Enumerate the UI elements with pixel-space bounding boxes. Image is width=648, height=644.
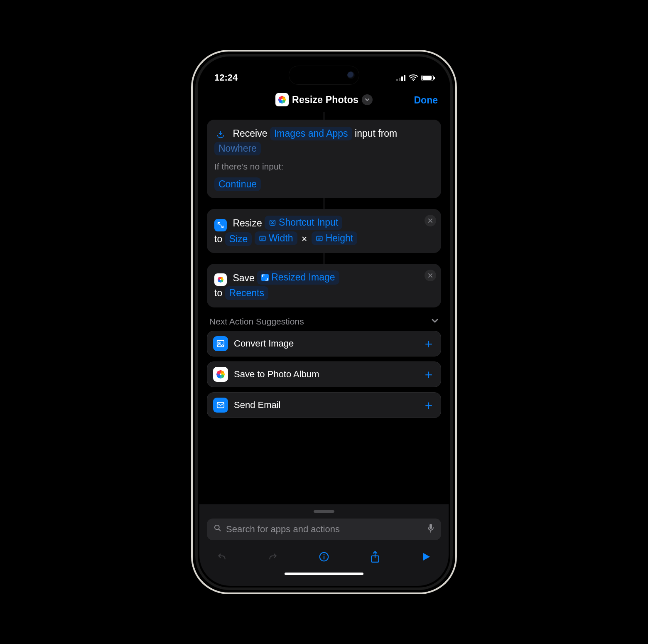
search-input[interactable]: Search for apps and actions	[207, 519, 441, 540]
connector-line	[324, 198, 324, 209]
token-resized-image[interactable]: Resized Image	[257, 270, 339, 284]
share-button[interactable]	[368, 549, 383, 564]
remove-action-button[interactable]	[425, 215, 436, 226]
phone-side-button	[456, 201, 457, 255]
svg-point-34	[324, 554, 325, 556]
suggestions-header[interactable]: Next Action Suggestions	[207, 307, 441, 331]
text-receive: Receive	[233, 128, 267, 139]
remove-action-button[interactable]	[425, 270, 436, 281]
svg-point-8	[279, 96, 282, 99]
action-card-resize[interactable]: Resize Shortcut Input to Size	[207, 209, 441, 253]
svg-rect-20	[217, 340, 224, 347]
text-resize: Resize	[233, 218, 262, 229]
action-card-receive[interactable]: Receive Images and Apps input from Nowhe…	[207, 120, 441, 198]
svg-point-19	[218, 277, 221, 280]
token-no-input-behavior[interactable]: Continue	[214, 177, 261, 191]
svg-point-21	[218, 342, 220, 344]
dictation-icon[interactable]	[427, 524, 434, 535]
token-destination-album[interactable]: Recents	[225, 286, 268, 300]
home-indicator[interactable]	[285, 573, 363, 575]
action-card-save[interactable]: Save Resized Image to Recents	[207, 264, 441, 307]
bottom-panel: Search for apps and actions	[199, 504, 449, 586]
phone-side-button	[191, 184, 192, 220]
suggestion-label: Save to Photo Album	[234, 369, 319, 380]
suggestions-title: Next Action Suggestions	[209, 317, 304, 327]
sheet-grabber[interactable]	[314, 510, 334, 513]
search-placeholder: Search for apps and actions	[226, 524, 340, 535]
token-height[interactable]: Height	[312, 231, 357, 245]
mail-icon	[213, 398, 228, 413]
chevron-down-icon	[431, 317, 439, 327]
image-icon	[213, 336, 228, 351]
shortcut-title[interactable]: Resize Photos	[292, 94, 358, 106]
done-button[interactable]: Done	[414, 95, 438, 106]
suggestion-label: Convert Image	[234, 338, 294, 349]
svg-rect-32	[430, 524, 432, 529]
screen: 12:24	[199, 58, 449, 586]
editor-toolbar	[207, 546, 441, 564]
token-shortcut-input[interactable]: Shortcut Input	[265, 216, 342, 229]
workflow-canvas[interactable]: Receive Images and Apps input from Nowhe…	[199, 112, 449, 504]
undo-button[interactable]	[214, 549, 229, 564]
run-button[interactable]	[419, 549, 434, 564]
svg-rect-11	[317, 236, 322, 241]
phone-side-button	[191, 147, 192, 166]
text-to: to	[214, 288, 222, 298]
text-to: to	[214, 234, 222, 244]
suggestion-label: Send Email	[234, 400, 281, 410]
connector-line	[324, 253, 324, 264]
text-save: Save	[233, 273, 254, 283]
resize-icon	[214, 219, 227, 231]
svg-rect-10	[260, 236, 265, 241]
photos-app-icon	[213, 367, 228, 382]
cellular-icon	[396, 74, 405, 81]
wifi-icon	[409, 74, 418, 81]
status-time: 12:24	[214, 72, 238, 83]
input-icon	[214, 128, 227, 141]
text-input-from: input from	[355, 128, 397, 139]
photos-app-icon	[275, 93, 289, 106]
chevron-down-icon[interactable]	[362, 94, 373, 105]
suggestion-save-to-photos[interactable]: Save to Photo Album ＋	[207, 361, 441, 387]
battery-icon	[421, 75, 434, 81]
token-width[interactable]: Width	[255, 231, 297, 245]
token-source[interactable]: Nowhere	[214, 142, 261, 155]
suggestion-send-email[interactable]: Send Email ＋	[207, 392, 441, 418]
svg-point-0	[413, 80, 414, 81]
redo-button[interactable]	[265, 549, 280, 564]
no-input-label: If there's no input:	[214, 160, 434, 174]
token-size[interactable]: Size	[225, 232, 252, 246]
photos-app-icon	[214, 273, 227, 286]
svg-point-29	[217, 371, 221, 374]
search-icon	[214, 524, 222, 535]
editor-header: Resize Photos Done	[199, 88, 449, 112]
dynamic-island	[289, 66, 359, 85]
info-button[interactable]	[317, 549, 331, 564]
phone-side-button	[191, 230, 192, 265]
device-frame: 12:24	[191, 50, 457, 594]
token-input-types[interactable]: Images and Apps	[270, 127, 352, 140]
times-symbol: ×	[300, 234, 309, 244]
connector-line	[324, 112, 324, 120]
suggestion-convert-image[interactable]: Convert Image ＋	[207, 331, 441, 356]
